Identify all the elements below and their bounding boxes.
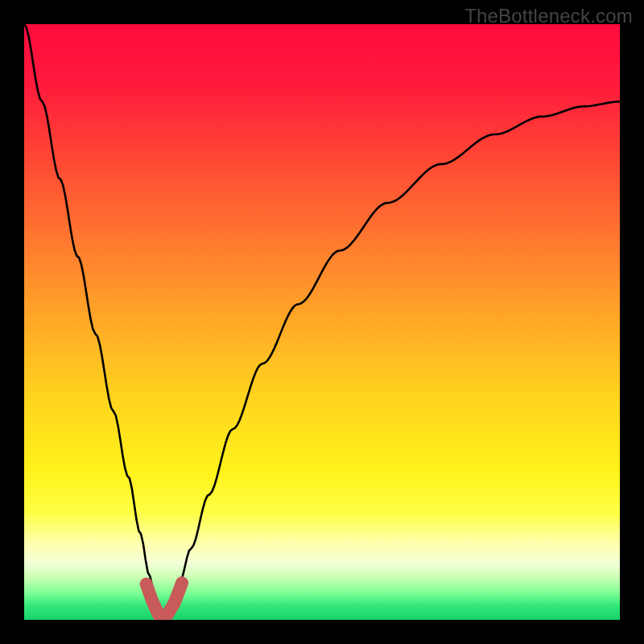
notch-marker-path bbox=[147, 583, 182, 620]
plot-area bbox=[24, 24, 620, 620]
notch-marker bbox=[147, 583, 182, 620]
curve-layer bbox=[24, 24, 620, 620]
bottleneck-curve bbox=[24, 24, 620, 619]
outer-frame: TheBottleneck.com bbox=[0, 0, 644, 644]
